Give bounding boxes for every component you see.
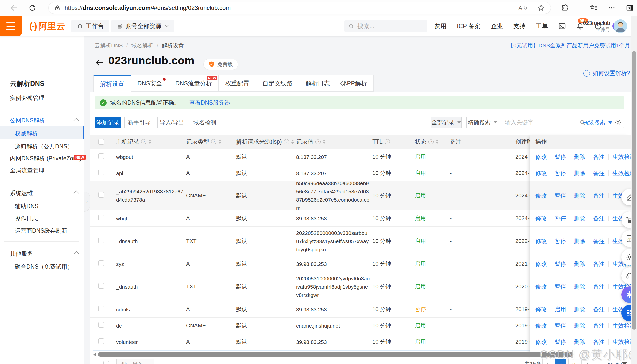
beginner-guide-button[interactable]: 新手引导 bbox=[124, 116, 154, 128]
sidebar-item-authoritative[interactable]: 权威解析 bbox=[15, 130, 38, 137]
avatar[interactable] bbox=[613, 20, 627, 33]
sort-icon[interactable] bbox=[148, 140, 151, 144]
tab-4[interactable]: 自定义线路 bbox=[256, 75, 299, 92]
row-checkbox[interactable] bbox=[99, 238, 104, 243]
sidebar-item-isp-cache-refresh[interactable]: 运营商DNS缓存刷新 bbox=[15, 227, 68, 235]
browser-back-icon[interactable] bbox=[10, 4, 19, 12]
favorites-bar-icon[interactable] bbox=[589, 4, 597, 12]
op-link-删除[interactable]: 删除 bbox=[574, 215, 585, 222]
op-link-暂停[interactable]: 暂停 bbox=[554, 153, 566, 161]
chevron-up-icon[interactable] bbox=[74, 191, 80, 196]
back-arrow-button[interactable] bbox=[95, 58, 105, 67]
sidebar-group-public-dns[interactable]: 公网DNS解析 bbox=[10, 116, 45, 124]
browser-address-bar[interactable]: https://dns.console.aliyun.com/#/dns/set… bbox=[49, 2, 551, 14]
column-header-status[interactable]: 状态 bbox=[412, 138, 449, 146]
row-checkbox[interactable] bbox=[99, 192, 104, 198]
sort-icon[interactable] bbox=[436, 140, 439, 144]
hscroll-left-arrow-icon[interactable] bbox=[94, 352, 96, 356]
favorite-star-icon[interactable] bbox=[537, 4, 545, 12]
tab-1[interactable]: DNS安全 bbox=[131, 75, 169, 92]
domain-check-button[interactable]: 域名检测 bbox=[190, 116, 219, 128]
terminal-icon[interactable] bbox=[558, 22, 566, 30]
op-link-修改[interactable]: 修改 bbox=[535, 322, 547, 330]
sidebar-item-gtm[interactable]: 全局流量管理 bbox=[10, 166, 45, 174]
op-link-暂停[interactable]: 暂停 bbox=[554, 338, 566, 346]
batch-select-checkbox[interactable] bbox=[104, 361, 109, 364]
menu-item-1[interactable]: ICP 备案 bbox=[457, 22, 480, 30]
sidebar-item-recursive[interactable]: 递归解析（公共DNS） bbox=[15, 142, 73, 150]
breadcrumb-item[interactable]: 域名解析 bbox=[131, 42, 153, 50]
help-icon[interactable] bbox=[385, 139, 390, 144]
tab-3[interactable]: 权重配置 bbox=[218, 75, 256, 92]
extensions-puzzle-icon[interactable] bbox=[561, 4, 569, 12]
row-checkbox[interactable] bbox=[99, 283, 104, 288]
op-link-修改[interactable]: 修改 bbox=[535, 238, 547, 245]
row-checkbox[interactable] bbox=[99, 260, 104, 266]
op-link-暂停[interactable]: 暂停 bbox=[554, 283, 566, 290]
op-link-修改[interactable]: 修改 bbox=[535, 169, 547, 177]
op-link-暂停[interactable]: 暂停 bbox=[554, 192, 566, 200]
table-settings-button[interactable] bbox=[611, 116, 624, 128]
op-link-暂停[interactable]: 暂停 bbox=[554, 215, 566, 222]
sidebar-panel-icon[interactable] bbox=[625, 4, 634, 12]
op-link-启用[interactable]: 启用 bbox=[554, 306, 566, 313]
op-link-暂停[interactable]: 暂停 bbox=[554, 322, 566, 330]
keyword-search-input[interactable] bbox=[504, 119, 579, 126]
column-header-isp[interactable]: 解析请求来源(isp) bbox=[235, 138, 295, 146]
sidebar-group-other-services[interactable]: 其他服务 bbox=[10, 250, 33, 258]
op-link-备注[interactable]: 备注 bbox=[593, 306, 604, 313]
op-link-备注[interactable]: 备注 bbox=[593, 238, 604, 245]
column-header-type[interactable]: 记录类型 bbox=[185, 138, 235, 146]
add-record-button[interactable]: 添加记录 bbox=[95, 116, 121, 128]
op-link-暂停[interactable]: 暂停 bbox=[554, 260, 566, 268]
free-trial-promo-link[interactable]: 【0元试用】DNS全系列产品新用户免费试用1个月 bbox=[508, 42, 630, 50]
op-link-备注[interactable]: 备注 bbox=[593, 322, 604, 330]
menu-item-3[interactable]: 支持 bbox=[513, 22, 525, 30]
menu-item-4[interactable]: 工单 bbox=[536, 22, 548, 30]
op-link-备注[interactable]: 备注 bbox=[593, 153, 604, 161]
op-link-删除[interactable]: 删除 bbox=[574, 153, 585, 161]
op-link-备注[interactable]: 备注 bbox=[593, 215, 604, 222]
help-icon[interactable] bbox=[141, 139, 146, 144]
op-link-删除[interactable]: 删除 bbox=[574, 169, 585, 177]
op-link-删除[interactable]: 删除 bbox=[574, 192, 585, 200]
vertical-scrollbar[interactable] bbox=[632, 51, 636, 330]
sort-icon[interactable] bbox=[323, 140, 326, 144]
import-export-button[interactable]: 导入/导出 bbox=[157, 116, 186, 128]
op-link-修改[interactable]: 修改 bbox=[535, 338, 547, 346]
op-link-备注[interactable]: 备注 bbox=[593, 283, 604, 290]
row-checkbox[interactable] bbox=[99, 153, 104, 159]
browser-menu-dots-icon[interactable] bbox=[607, 4, 615, 12]
op-link-修改[interactable]: 修改 bbox=[535, 306, 547, 313]
chevron-up-icon[interactable] bbox=[74, 251, 80, 257]
row-checkbox[interactable] bbox=[99, 215, 104, 220]
global-search-input[interactable]: 搜索... bbox=[344, 20, 427, 32]
op-link-删除[interactable]: 删除 bbox=[574, 283, 585, 290]
tab-0[interactable]: 解析设置 bbox=[94, 75, 131, 92]
sort-icon[interactable] bbox=[218, 140, 221, 144]
help-icon[interactable] bbox=[315, 139, 321, 144]
aliyun-logo[interactable]: (-) 阿里云 bbox=[30, 16, 66, 36]
menu-item-0[interactable]: 费用 bbox=[434, 22, 446, 30]
row-checkbox[interactable] bbox=[99, 322, 104, 328]
op-link-暂停[interactable]: 暂停 bbox=[554, 238, 566, 245]
breadcrumb-item[interactable]: 云解析DNS bbox=[95, 42, 123, 50]
sort-icon[interactable] bbox=[291, 140, 294, 144]
sidebar-item-instance-packages[interactable]: 实例套餐管理 bbox=[10, 94, 45, 102]
row-checkbox[interactable] bbox=[99, 306, 104, 311]
help-icon[interactable] bbox=[428, 139, 434, 144]
help-icon[interactable] bbox=[284, 139, 289, 144]
sidebar-item-private-zone[interactable]: 内网DNS解析 (PrivateZone) bbox=[10, 154, 82, 162]
help-icon[interactable] bbox=[211, 139, 216, 144]
batch-actions-button[interactable]: 批量操作 bbox=[116, 359, 154, 364]
sidebar-item-authoritative-active[interactable] bbox=[0, 126, 84, 139]
op-link-删除[interactable]: 删除 bbox=[574, 338, 585, 346]
tabs-collapse-icon[interactable] bbox=[338, 79, 347, 88]
op-link-修改[interactable]: 修改 bbox=[535, 153, 547, 161]
browser-refresh-icon[interactable] bbox=[29, 4, 37, 12]
column-header-ttl[interactable]: TTL bbox=[370, 138, 412, 145]
tab-2[interactable]: DNS流量分析NEW bbox=[169, 75, 219, 92]
chevron-up-icon[interactable] bbox=[74, 118, 80, 124]
op-link-删除[interactable]: 删除 bbox=[574, 322, 585, 330]
advanced-search-toggle[interactable]: 高级搜索 bbox=[582, 118, 612, 126]
